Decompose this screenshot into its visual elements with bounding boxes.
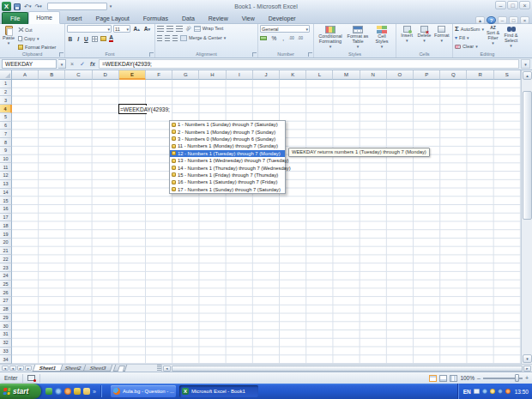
minimize-button[interactable]: –: [495, 1, 506, 9]
keyboard-icon[interactable]: [474, 389, 480, 394]
help-button[interactable]: ?: [487, 16, 496, 24]
column-header-r[interactable]: R: [467, 70, 493, 80]
horizontal-scrollbar[interactable]: ◂ ▸: [161, 365, 532, 372]
expand-formula-bar-button[interactable]: ▾: [521, 59, 530, 69]
tray-icon[interactable]: [482, 389, 487, 394]
accounting-format-button[interactable]: [260, 36, 267, 40]
tab-file[interactable]: File: [2, 12, 28, 24]
row-header-21[interactable]: 21: [0, 247, 12, 256]
grow-font-button[interactable]: A▴: [132, 26, 141, 32]
previous-sheet-button[interactable]: ◂: [9, 366, 16, 371]
sheet-tab-sheet1[interactable]: Sheet1: [33, 365, 63, 372]
format-painter-button[interactable]: Format Painter: [18, 44, 56, 51]
quick-launch-icon[interactable]: [45, 388, 52, 395]
column-header-f[interactable]: F: [146, 70, 172, 80]
autocomplete-item[interactable]: 14 - Numbers 1 (Thursday) through 7 (Wed…: [170, 164, 285, 171]
row-header-17[interactable]: 17: [0, 214, 12, 222]
row-header-28[interactable]: 28: [0, 305, 12, 314]
wrap-text-button[interactable]: Wrap Text: [194, 25, 224, 32]
decrease-decimal-button[interactable]: .00: [298, 36, 303, 40]
column-header-b[interactable]: B: [39, 70, 65, 80]
scroll-right-button[interactable]: ▸: [523, 366, 531, 372]
borders-button[interactable]: [92, 36, 98, 42]
cut-button[interactable]: Cut: [18, 27, 56, 33]
autocomplete-item[interactable]: 17 - Numbers 1 (Sunday) through 7 (Satur…: [170, 186, 285, 193]
taskbar-button-firefox[interactable]: Aula.bg - Question - ...: [111, 385, 176, 397]
zoom-slider[interactable]: [483, 378, 523, 379]
column-header-g[interactable]: G: [172, 70, 199, 80]
redo-button[interactable]: ↷▾: [33, 2, 42, 11]
normal-view-button[interactable]: [429, 375, 437, 382]
column-header-k[interactable]: K: [280, 70, 306, 80]
column-header-i[interactable]: I: [227, 70, 253, 80]
quick-launch-icon[interactable]: [55, 388, 62, 395]
next-sheet-button[interactable]: ▸: [17, 366, 24, 371]
name-box[interactable]: WEEKDAY: [2, 59, 57, 69]
column-header-s[interactable]: S: [494, 70, 521, 80]
tab-data[interactable]: Data: [175, 13, 202, 24]
autocomplete-item[interactable]: 12 - Numbers 1 (Tuesday) through 7 (Mond…: [170, 150, 285, 157]
row-header-9[interactable]: 9: [0, 147, 12, 155]
taskbar-button-excel[interactable]: XMicrosoft Excel - Book1: [179, 385, 258, 397]
autocomplete-item[interactable]: 16 - Numbers 1 (Saturday) through 7 (Fri…: [170, 178, 285, 185]
align-center-button[interactable]: [165, 35, 170, 41]
column-header-q[interactable]: Q: [440, 70, 467, 80]
workbook-close-button[interactable]: ×: [520, 16, 529, 24]
insert-function-button[interactable]: fx: [88, 59, 97, 69]
page-layout-view-button[interactable]: [439, 375, 447, 382]
autosum-button[interactable]: ΣAutoSum▾: [455, 26, 484, 33]
row-header-16[interactable]: 16: [0, 205, 12, 214]
column-header-n[interactable]: N: [360, 70, 387, 80]
quick-launch-icon[interactable]: [74, 388, 81, 395]
column-header-h[interactable]: H: [199, 70, 226, 80]
shrink-font-button[interactable]: A▾: [142, 26, 151, 32]
minimize-ribbon-button[interactable]: ▴: [475, 16, 485, 24]
autocomplete-item[interactable]: 15 - Numbers 1 (Friday) through 7 (Thurs…: [170, 172, 285, 178]
row-header-15[interactable]: 15: [0, 196, 12, 205]
row-header-18[interactable]: 18: [0, 221, 12, 230]
restore-button[interactable]: □: [507, 1, 518, 9]
clear-button[interactable]: Clear▾: [455, 43, 484, 50]
first-sheet-button[interactable]: ◂: [2, 366, 9, 371]
row-header-30[interactable]: 30: [0, 322, 12, 330]
autocomplete-item[interactable]: 1 - Numbers 1 (Sunday) through 7 (Saturd…: [170, 121, 285, 128]
font-color-button[interactable]: A: [109, 35, 113, 42]
scroll-up-button[interactable]: ▴: [523, 71, 532, 80]
format-cells-button[interactable]: Format ▾: [433, 25, 450, 51]
row-header-1[interactable]: 1: [0, 80, 12, 88]
alignment-dialog-launcher[interactable]: [252, 52, 257, 57]
tab-page-layout[interactable]: Page Layout: [88, 13, 136, 24]
qat-more-button[interactable]: ▾: [109, 2, 113, 11]
row-header-27[interactable]: 27: [0, 297, 12, 305]
cell-styles-button[interactable]: Cell Styles ▾: [371, 25, 393, 51]
row-header-26[interactable]: 26: [0, 288, 12, 297]
tab-review[interactable]: Review: [202, 13, 235, 24]
last-sheet-button[interactable]: ▸: [25, 366, 32, 371]
active-cell-E4[interactable]: =WEEKDAY(42939;: [118, 104, 147, 114]
row-header-24[interactable]: 24: [0, 272, 12, 281]
quick-launch-more-button[interactable]: »: [93, 389, 96, 395]
tray-icon[interactable]: [505, 389, 511, 394]
name-box-dropdown[interactable]: ▾: [58, 59, 66, 69]
row-header-29[interactable]: 29: [0, 314, 12, 323]
quick-launch-icon[interactable]: [64, 388, 71, 395]
autocomplete-item[interactable]: 2 - Numbers 1 (Monday) through 7 (Sunday…: [170, 128, 285, 135]
row-header-32[interactable]: 32: [0, 339, 12, 348]
row-header-2[interactable]: 2: [0, 88, 12, 97]
macro-record-button[interactable]: [27, 375, 35, 381]
italic-button[interactable]: I: [76, 36, 81, 42]
align-right-button[interactable]: [172, 35, 178, 41]
row-header-33[interactable]: 33: [0, 348, 12, 356]
qat-custom-box[interactable]: [47, 3, 107, 10]
row-header-4[interactable]: 4: [0, 105, 12, 113]
row-header-5[interactable]: 5: [0, 113, 12, 122]
tab-insert[interactable]: Insert: [60, 13, 89, 24]
row-header-10[interactable]: 10: [0, 155, 12, 164]
align-top-button[interactable]: [157, 26, 164, 32]
comma-style-button[interactable]: ,: [281, 35, 286, 41]
number-format-combo[interactable]: General▾: [260, 25, 310, 33]
vertical-scrollbar[interactable]: ▴ ▾: [521, 70, 532, 364]
column-header-j[interactable]: J: [253, 70, 280, 80]
sort-filter-button[interactable]: AZ Sort & Filter ▾: [484, 25, 502, 51]
underline-button[interactable]: U: [83, 36, 90, 42]
